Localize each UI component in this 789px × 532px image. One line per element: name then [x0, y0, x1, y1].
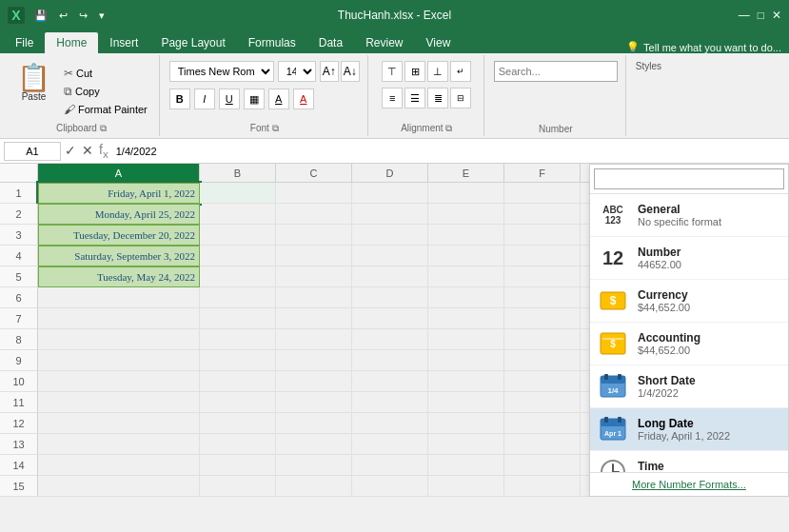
tab-formulas[interactable]: Formulas — [237, 32, 307, 53]
font-family-selector[interactable]: Times New Roman — [169, 61, 274, 82]
border-button[interactable]: ▦ — [244, 89, 265, 109]
cell-B5[interactable] — [200, 266, 276, 287]
format-search-input[interactable] — [594, 168, 784, 189]
alignment-expand-icon[interactable]: ⧉ — [445, 123, 452, 133]
tab-view[interactable]: View — [415, 32, 463, 53]
col-header-E[interactable]: E — [428, 164, 504, 182]
cell-F1[interactable] — [504, 183, 581, 204]
copy-button[interactable]: ⧉ Copy — [60, 83, 151, 100]
cell-B3[interactable] — [200, 225, 276, 246]
align-bottom-button[interactable]: ⊥ — [427, 61, 448, 82]
cell-A4[interactable]: Saturday, September 3, 2022 — [38, 246, 200, 266]
cell-B4[interactable] — [200, 246, 276, 266]
cell-A10[interactable] — [38, 371, 200, 392]
bold-button[interactable]: B — [169, 89, 190, 109]
format-item-currency[interactable]: $ Currency $44,652.00 — [590, 280, 788, 323]
cell-A5[interactable]: Tuesday, May 24, 2022 — [38, 266, 200, 287]
cell-A7[interactable] — [38, 308, 200, 329]
customize-button[interactable]: ▾ — [95, 8, 108, 24]
tab-page-layout[interactable]: Page Layout — [149, 32, 236, 53]
italic-button[interactable]: I — [194, 89, 215, 109]
shrink-font-button[interactable]: A↓ — [341, 61, 360, 82]
cell-C4[interactable] — [276, 246, 352, 266]
cell-D4[interactable] — [352, 246, 428, 266]
cell-A12[interactable] — [38, 413, 200, 434]
formula-input[interactable]: 1/4/2022 — [112, 144, 785, 159]
format-item-short-date[interactable]: 1/4 Short Date 1/4/2022 — [590, 365, 788, 408]
font-color-button[interactable]: A — [293, 89, 314, 109]
cell-A1[interactable]: Friday, April 1, 2022 — [38, 183, 200, 204]
insert-function-icon[interactable]: fx — [99, 142, 108, 160]
align-top-button[interactable]: ⊤ — [382, 61, 403, 82]
more-number-formats-link[interactable]: More Number Formats... — [590, 472, 788, 496]
cell-F3[interactable] — [504, 225, 581, 246]
font-expand-icon[interactable]: ⧉ — [272, 123, 279, 133]
cell-A6[interactable] — [38, 287, 200, 308]
cell-C3[interactable] — [276, 225, 352, 246]
cell-E5[interactable] — [428, 266, 504, 287]
cell-A3[interactable]: Tuesday, December 20, 2022 — [38, 225, 200, 246]
cell-A13[interactable] — [38, 434, 200, 455]
align-left-button[interactable]: ≡ — [382, 88, 403, 108]
cell-B1[interactable] — [200, 183, 276, 204]
tab-home[interactable]: Home — [45, 32, 98, 53]
cell-A9[interactable] — [38, 350, 200, 371]
format-item-time[interactable]: Time 12:00:00 AM — [590, 451, 788, 472]
cell-D5[interactable] — [352, 266, 428, 287]
cell-D3[interactable] — [352, 225, 428, 246]
cell-B2[interactable] — [200, 204, 276, 225]
cell-C2[interactable] — [276, 204, 352, 225]
paste-button[interactable]: 📋 Paste — [11, 61, 56, 106]
format-item-accounting[interactable]: $ Accounting $44,652.00 — [590, 323, 788, 365]
format-item-general[interactable]: ABC123 General No specific format — [590, 194, 788, 237]
tab-file[interactable]: File — [4, 32, 45, 53]
cell-E1[interactable] — [428, 183, 504, 204]
col-header-F[interactable]: F — [504, 164, 581, 182]
cell-A8[interactable] — [38, 329, 200, 350]
tab-insert[interactable]: Insert — [98, 32, 149, 53]
minimize-button[interactable]: — — [739, 9, 750, 22]
col-header-D[interactable]: D — [352, 164, 428, 182]
align-right-button[interactable]: ≣ — [427, 88, 448, 108]
cell-A11[interactable] — [38, 392, 200, 413]
redo-button[interactable]: ↪ — [75, 8, 91, 24]
format-item-number[interactable]: 12 Number 44652.00 — [590, 237, 788, 280]
cell-A2[interactable]: Monday, April 25, 2022 — [38, 204, 200, 225]
format-item-long-date[interactable]: Apr 1 Long Date Friday, April 1, 2022 — [590, 408, 788, 451]
cell-F2[interactable] — [504, 204, 581, 225]
cell-A15[interactable] — [38, 476, 200, 497]
cell-F4[interactable] — [504, 246, 581, 266]
cell-D1[interactable] — [352, 183, 428, 204]
cell-A14[interactable] — [38, 455, 200, 476]
merge-center-button[interactable]: ⊟ — [450, 88, 471, 108]
underline-button[interactable]: U — [219, 89, 240, 109]
cell-E2[interactable] — [428, 204, 504, 225]
fill-color-button[interactable]: A — [268, 89, 289, 109]
clipboard-expand-icon[interactable]: ⧉ — [100, 123, 107, 133]
number-format-search[interactable] — [494, 61, 618, 82]
cell-D2[interactable] — [352, 204, 428, 225]
cell-C1[interactable] — [276, 183, 352, 204]
close-button[interactable]: ✕ — [772, 9, 781, 22]
format-painter-button[interactable]: 🖌 Format Painter — [60, 101, 151, 118]
cell-reference-input[interactable]: A1 — [4, 142, 61, 161]
tab-review[interactable]: Review — [354, 32, 414, 53]
font-size-selector[interactable]: 14 — [278, 61, 316, 82]
check-icon[interactable]: ✓ — [65, 143, 76, 158]
align-center-button[interactable]: ☰ — [404, 88, 425, 108]
col-header-A[interactable]: A — [38, 164, 200, 182]
wrap-text-button[interactable]: ↵ — [450, 61, 471, 82]
col-header-C[interactable]: C — [276, 164, 352, 182]
cut-button[interactable]: ✂ Cut — [60, 65, 151, 82]
tab-data[interactable]: Data — [307, 32, 354, 53]
maximize-button[interactable]: □ — [758, 9, 764, 22]
grow-font-button[interactable]: A↑ — [320, 61, 339, 82]
cell-E4[interactable] — [428, 246, 504, 266]
save-button[interactable]: 💾 — [30, 8, 51, 24]
cell-C5[interactable] — [276, 266, 352, 287]
cell-E3[interactable] — [428, 225, 504, 246]
undo-button[interactable]: ↩ — [55, 8, 71, 24]
align-middle-button[interactable]: ⊞ — [404, 61, 425, 82]
col-header-B[interactable]: B — [200, 164, 276, 182]
cell-F5[interactable] — [504, 266, 581, 287]
